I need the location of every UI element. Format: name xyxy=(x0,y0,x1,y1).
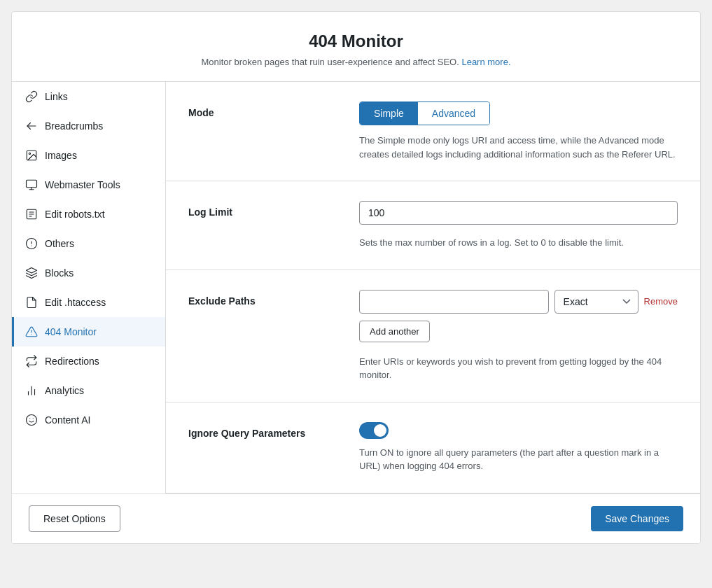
ignore-query-hint: Turn ON to ignore all query parameters (… xyxy=(359,446,678,473)
analytics-icon xyxy=(25,384,38,397)
exclude-paths-label: Exclude Paths xyxy=(188,290,342,382)
mode-label: Mode xyxy=(188,102,342,161)
mode-control: Simple Advanced The Simple mode only log… xyxy=(359,102,678,161)
sidebar-item-htaccess[interactable]: Edit .htaccess xyxy=(12,288,165,317)
sidebar-label-content-ai: Content AI xyxy=(45,414,90,426)
page-subtitle: Monitor broken pages that ruin user-expe… xyxy=(26,57,686,67)
exclude-paths-hint: Enter URIs or keywords you wish to preve… xyxy=(359,355,678,382)
mode-hint: The Simple mode only logs URI and access… xyxy=(359,134,678,161)
exclude-paths-section: Exclude Paths Exact Contains Starts With… xyxy=(166,270,700,402)
sidebar-item-robots[interactable]: Edit robots.txt xyxy=(12,200,165,229)
redirections-icon xyxy=(25,355,38,368)
sidebar-item-redirections[interactable]: Redirections xyxy=(12,346,165,376)
htaccess-icon xyxy=(25,296,38,309)
mode-simple-button[interactable]: Simple xyxy=(360,102,418,125)
sidebar-item-webmaster[interactable]: Webmaster Tools xyxy=(12,170,165,200)
sidebar-item-content-ai[interactable]: Content AI xyxy=(12,405,165,435)
exclude-paths-control: Exact Contains Starts With Ends With Rem… xyxy=(359,290,678,382)
svg-point-2 xyxy=(29,153,30,154)
mode-section: Mode Simple Advanced The Simple mode onl… xyxy=(166,82,700,181)
content-ai-icon xyxy=(25,414,38,426)
exclude-path-input[interactable] xyxy=(359,290,549,314)
sidebar-label-others: Others xyxy=(45,238,74,249)
log-limit-section: Log Limit Sets the max number of rows in… xyxy=(166,181,700,270)
learn-more-link[interactable]: Learn more. xyxy=(461,57,510,67)
sidebar-label-404-monitor: 404 Monitor xyxy=(45,326,97,337)
mode-toggle: Simple Advanced xyxy=(359,102,490,125)
tools-icon xyxy=(25,178,38,191)
sidebar-item-404-monitor[interactable]: 404 Monitor xyxy=(12,317,165,346)
content-area: Mode Simple Advanced The Simple mode onl… xyxy=(166,82,700,493)
log-limit-input[interactable] xyxy=(359,201,678,225)
ignore-query-control: Turn ON to ignore all query parameters (… xyxy=(359,422,678,473)
sidebar-label-analytics: Analytics xyxy=(45,385,84,396)
toggle-slider xyxy=(359,422,389,439)
link-icon xyxy=(25,90,38,103)
others-icon xyxy=(25,237,38,250)
monitor-icon xyxy=(25,326,38,338)
sidebar-label-blocks: Blocks xyxy=(45,267,74,279)
sidebar-item-blocks[interactable]: Blocks xyxy=(12,258,165,288)
remove-path-button[interactable]: Remove xyxy=(644,296,678,307)
sidebar-label-webmaster: Webmaster Tools xyxy=(45,179,120,190)
sidebar-item-analytics[interactable]: Analytics xyxy=(12,376,165,405)
sidebar-label-links: Links xyxy=(45,91,68,102)
exclude-path-row: Exact Contains Starts With Ends With Rem… xyxy=(359,290,678,314)
sidebar-label-robots: Edit robots.txt xyxy=(45,209,105,220)
ignore-query-section: Ignore Query Parameters Turn ON to ignor… xyxy=(166,402,700,493)
reset-options-button[interactable]: Reset Options xyxy=(29,505,120,532)
ignore-query-label: Ignore Query Parameters xyxy=(188,422,342,473)
sidebar-item-others[interactable]: Others xyxy=(12,229,165,258)
sidebar-item-breadcrumbs[interactable]: Breadcrumbs xyxy=(12,111,165,141)
sidebar-label-images: Images xyxy=(45,150,77,161)
page-header: 404 Monitor Monitor broken pages that ru… xyxy=(12,12,700,82)
log-limit-hint: Sets the max number of rows in a log. Se… xyxy=(359,236,678,250)
robots-icon xyxy=(25,208,38,220)
sidebar: Links Breadcrumbs Images xyxy=(12,82,166,493)
images-icon xyxy=(25,149,38,162)
page-title: 404 Monitor xyxy=(26,31,686,51)
sidebar-item-images[interactable]: Images xyxy=(12,141,165,170)
svg-rect-3 xyxy=(27,180,37,188)
toggle-wrapper xyxy=(359,422,678,439)
save-changes-button[interactable]: Save Changes xyxy=(591,506,683,531)
footer-bar: Reset Options Save Changes xyxy=(12,493,700,543)
svg-point-19 xyxy=(27,415,37,426)
ignore-query-toggle[interactable] xyxy=(359,422,389,439)
svg-marker-13 xyxy=(27,268,37,274)
exclude-type-select[interactable]: Exact Contains Starts With Ends With xyxy=(554,290,638,314)
breadcrumbs-icon xyxy=(25,120,38,132)
sidebar-item-links[interactable]: Links xyxy=(12,82,165,111)
sidebar-label-redirections: Redirections xyxy=(45,356,99,367)
log-limit-label: Log Limit xyxy=(188,201,342,250)
blocks-icon xyxy=(25,267,38,279)
add-another-button[interactable]: Add another xyxy=(359,321,430,342)
mode-advanced-button[interactable]: Advanced xyxy=(418,102,489,125)
sidebar-label-breadcrumbs: Breadcrumbs xyxy=(45,120,103,132)
log-limit-control: Sets the max number of rows in a log. Se… xyxy=(359,201,678,250)
sidebar-label-htaccess: Edit .htaccess xyxy=(45,297,106,308)
